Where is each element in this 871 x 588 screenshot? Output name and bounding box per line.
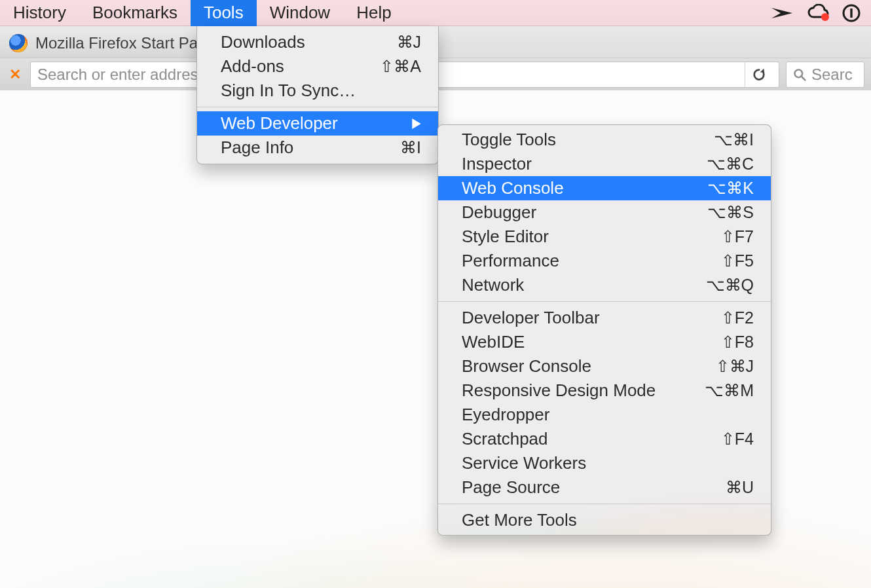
search-placeholder: Searc (811, 65, 853, 84)
menuitem-service-workers[interactable]: Service Workers (438, 451, 771, 475)
menuitem-shortcut: ⌥⌘S (691, 203, 754, 222)
menuitem-network[interactable]: Network⌥⌘Q (438, 273, 771, 297)
menuitem-label: Get More Tools (462, 510, 671, 530)
menuitem-page-source[interactable]: Page Source⌘U (438, 475, 771, 500)
firefox-logo-icon (9, 34, 28, 52)
reload-button[interactable] (745, 62, 772, 88)
tab-active[interactable]: Mozilla Firefox Start Pa (0, 29, 208, 58)
menuitem-label: Inspector (462, 154, 671, 174)
menuitem-label: Service Workers (462, 453, 671, 473)
menuitem-shortcut: ⌥⌘C (691, 155, 754, 174)
menuitem-debugger[interactable]: Debugger⌥⌘S (438, 200, 771, 225)
menuitem-signin-sync[interactable]: Sign In To Sync… (197, 79, 438, 103)
menuitem-shortcut: ⌥⌘M (691, 381, 754, 400)
svg-point-0 (821, 13, 829, 21)
menu-separator (197, 107, 438, 107)
menuitem-style-editor[interactable]: Style Editor⇧F7 (438, 225, 771, 249)
cloud-status-icon[interactable] (807, 4, 830, 22)
menuitem-inspector[interactable]: Inspector⌥⌘C (438, 152, 771, 176)
menuitem-developer-toolbar[interactable]: Developer Toolbar⇧F2 (438, 306, 771, 330)
menuitem-label: Network (462, 275, 671, 295)
url-placeholder: Search or enter address (37, 65, 206, 84)
web-developer-submenu: Toggle Tools⌥⌘IInspector⌥⌘CWeb Console⌥⌘… (437, 124, 771, 536)
menuitem-shortcut: ⇧F7 (691, 227, 754, 246)
menu-separator (438, 504, 771, 504)
menuitem-label: Page Source (462, 477, 671, 498)
menuitem-label: Responsive Design Mode (462, 380, 671, 401)
menuitem-webide[interactable]: WebIDE⇧F8 (438, 330, 771, 354)
menuitem-shortcut: ⌥⌘Q (691, 276, 754, 295)
submenu-arrow-icon (412, 113, 421, 134)
svg-rect-2 (850, 9, 852, 18)
menuitem-get-more-tools[interactable]: Get More Tools (438, 508, 771, 532)
menuitem-page-info[interactable]: Page Info ⌘I (197, 136, 438, 160)
menuitem-scratchpad[interactable]: Scratchpad⇧F4 (438, 427, 771, 451)
paper-plane-icon[interactable] (770, 5, 795, 21)
menuitem-eyedropper[interactable]: Eyedropper (438, 403, 771, 427)
search-icon (793, 68, 806, 81)
tab-title: Mozilla Firefox Start Pa (35, 34, 198, 52)
menuitem-shortcut: ⇧F2 (691, 308, 754, 327)
menubar-window[interactable]: Window (257, 0, 343, 26)
menuitem-label: Browser Console (462, 356, 671, 377)
menuitem-shortcut: ⇧F8 (691, 333, 754, 352)
menuitem-downloads[interactable]: Downloads ⌘J (197, 30, 438, 54)
menuitem-browser-console[interactable]: Browser Console⇧⌘J (438, 354, 771, 378)
menu-separator (438, 301, 771, 302)
menuitem-shortcut: ⌥⌘I (691, 130, 754, 149)
menuitem-shortcut: ⌘U (691, 478, 754, 497)
menuitem-responsive-design-mode[interactable]: Responsive Design Mode⌥⌘M (438, 378, 771, 403)
menuitem-addons[interactable]: Add-ons ⇧⌘A (197, 54, 438, 79)
menuitem-shortcut: ⌥⌘K (691, 179, 754, 198)
menuitem-shortcut: ⇧F5 (691, 251, 754, 270)
stop-icon[interactable]: ✕ (7, 66, 24, 83)
menuitem-label: Scratchpad (462, 429, 671, 449)
tools-menu: Downloads ⌘J Add-ons ⇧⌘A Sign In To Sync… (196, 26, 439, 164)
menubar-bookmarks[interactable]: Bookmarks (79, 0, 191, 26)
menuitem-web-console[interactable]: Web Console⌥⌘K (438, 176, 771, 200)
menuitem-label: Style Editor (462, 227, 671, 247)
svg-line-4 (802, 76, 806, 80)
menuitem-performance[interactable]: Performance⇧F5 (438, 249, 771, 273)
menuitem-label: Debugger (462, 202, 671, 223)
menubar-help[interactable]: Help (343, 0, 404, 26)
menuitem-label: Toggle Tools (462, 130, 671, 150)
status-tray (770, 4, 867, 22)
menuitem-label: WebIDE (462, 332, 671, 352)
menubar-tools[interactable]: Tools (191, 0, 257, 26)
search-input[interactable]: Searc (786, 62, 864, 88)
menuitem-web-developer[interactable]: Web Developer (197, 111, 438, 136)
menuitem-shortcut: ⇧F4 (691, 430, 754, 449)
system-menubar: History Bookmarks Tools Window Help (0, 0, 871, 26)
one-password-icon[interactable] (842, 4, 861, 22)
menuitem-label: Eyedropper (462, 405, 671, 425)
menuitem-label: Developer Toolbar (462, 308, 671, 328)
menuitem-label: Performance (462, 251, 671, 271)
menuitem-shortcut: ⇧⌘J (691, 357, 754, 376)
menubar-history[interactable]: History (0, 0, 79, 26)
menuitem-label: Web Console (462, 178, 671, 198)
menuitem-toggle-tools[interactable]: Toggle Tools⌥⌘I (438, 128, 771, 152)
